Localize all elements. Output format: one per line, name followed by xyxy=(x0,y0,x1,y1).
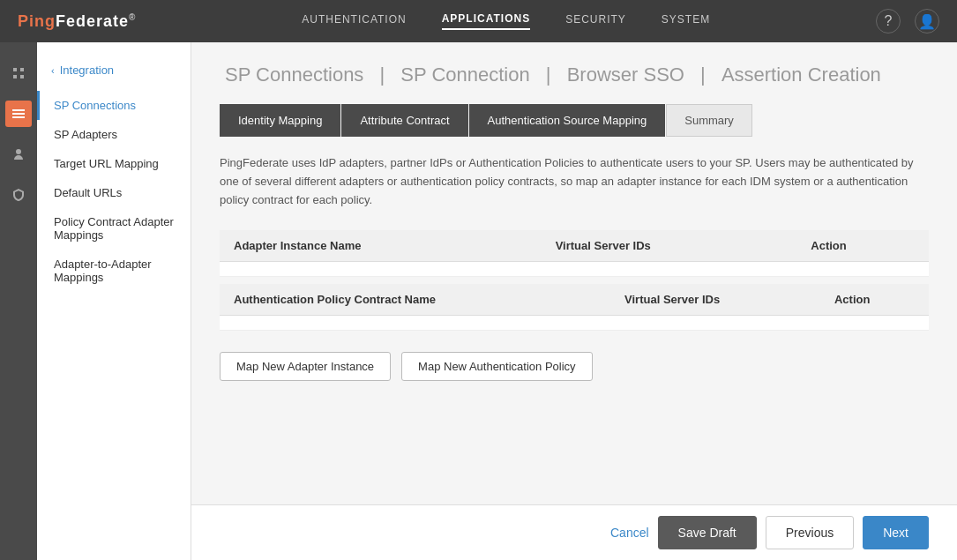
cancel-button[interactable]: Cancel xyxy=(610,526,649,540)
breadcrumb-sep3: | xyxy=(700,63,711,86)
table1-col-name: Adapter Instance Name xyxy=(220,230,542,262)
sidebar-icon-shield[interactable] xyxy=(5,182,32,208)
breadcrumb-part4: Assertion Creation xyxy=(721,63,881,86)
breadcrumb-part2: SP Connection xyxy=(400,63,529,86)
table1-col-vserver: Virtual Server IDs xyxy=(542,230,797,262)
previous-button[interactable]: Previous xyxy=(766,516,854,549)
table2-col-action: Action xyxy=(820,284,929,316)
top-nav-links: Authentication Applications Security Sys… xyxy=(302,12,710,30)
sidebar-item-sp-adapters[interactable]: SP Adapters xyxy=(37,120,191,149)
table2-col-name: Authentication Policy Contract Name xyxy=(220,284,610,316)
top-nav: PingFederate® Authentication Application… xyxy=(0,0,957,42)
content-area: SP Connections | SP Connection | Browser… xyxy=(191,42,957,560)
back-label: Integration xyxy=(60,63,114,77)
back-chevron-icon: ‹ xyxy=(51,65,55,76)
nav-system[interactable]: System xyxy=(662,13,710,29)
sidebar-icon-user[interactable] xyxy=(5,141,32,168)
footer-actions: Cancel Save Draft Previous Next xyxy=(191,504,957,560)
description-text: PingFederate uses IdP adapters, partner … xyxy=(220,154,925,209)
action-buttons: Map New Adapter Instance Map New Authent… xyxy=(220,352,929,381)
breadcrumb-sep2: | xyxy=(546,63,557,86)
save-draft-button[interactable]: Save Draft xyxy=(658,516,757,549)
help-icon[interactable]: ? xyxy=(876,9,901,34)
brand-federate: Federate xyxy=(56,12,129,30)
brand-logo: PingFederate® xyxy=(18,12,136,31)
brand-symbol: ® xyxy=(129,12,136,22)
policy-contract-table: Authentication Policy Contract Name Virt… xyxy=(220,284,929,331)
tab-identity-mapping[interactable]: Identity Mapping xyxy=(220,104,340,137)
nav-applications[interactable]: Applications xyxy=(442,12,530,30)
top-nav-icons: ? 👤 xyxy=(876,9,939,34)
main-layout: ‹ Integration SP Connections SP Adapters… xyxy=(0,42,957,560)
icon-sidebar xyxy=(0,42,37,560)
map-policy-button[interactable]: Map New Authentication Policy xyxy=(401,352,592,381)
breadcrumb-sep1: | xyxy=(380,63,391,86)
sidebar-item-policy-contract[interactable]: Policy Contract Adapter Mappings xyxy=(37,207,191,250)
sidebar-item-target-url[interactable]: Target URL Mapping xyxy=(37,149,191,178)
sidebar-icon-active[interactable] xyxy=(5,101,32,127)
breadcrumb-part1: SP Connections xyxy=(225,63,363,86)
nav-security[interactable]: Security xyxy=(565,13,626,29)
sidebar-item-sp-connections[interactable]: SP Connections xyxy=(37,91,191,120)
nav-sidebar: ‹ Integration SP Connections SP Adapters… xyxy=(37,42,191,560)
page-title: SP Connections | SP Connection | Browser… xyxy=(220,63,929,86)
breadcrumb-part3: Browser SSO xyxy=(567,63,684,86)
table1-col-action: Action xyxy=(796,230,929,262)
tab-summary[interactable]: Summary xyxy=(666,104,752,137)
user-icon[interactable]: 👤 xyxy=(915,9,939,34)
adapter-instance-table: Adapter Instance Name Virtual Server IDs… xyxy=(220,230,929,277)
brand-ping: Ping xyxy=(18,12,56,30)
adapter-instance-table-body xyxy=(220,262,929,277)
sidebar-item-adapter-adapter[interactable]: Adapter-to-Adapter Mappings xyxy=(37,250,191,292)
next-button[interactable]: Next xyxy=(863,516,929,549)
tab-attribute-contract[interactable]: Attribute Contract xyxy=(341,104,467,137)
policy-contract-table-body xyxy=(220,316,929,331)
tab-auth-source-mapping[interactable]: Authentication Source Mapping xyxy=(469,104,666,137)
back-integration[interactable]: ‹ Integration xyxy=(37,56,191,84)
sidebar-icon-connections[interactable] xyxy=(5,60,32,86)
tabs-container: Identity Mapping Attribute Contract Auth… xyxy=(220,104,929,137)
nav-authentication[interactable]: Authentication xyxy=(302,13,406,29)
content-body: SP Connections | SP Connection | Browser… xyxy=(191,42,957,504)
table2-col-vserver: Virtual Server IDs xyxy=(610,284,820,316)
map-adapter-button[interactable]: Map New Adapter Instance xyxy=(220,352,391,381)
sidebar-item-default-urls[interactable]: Default URLs xyxy=(37,178,191,207)
